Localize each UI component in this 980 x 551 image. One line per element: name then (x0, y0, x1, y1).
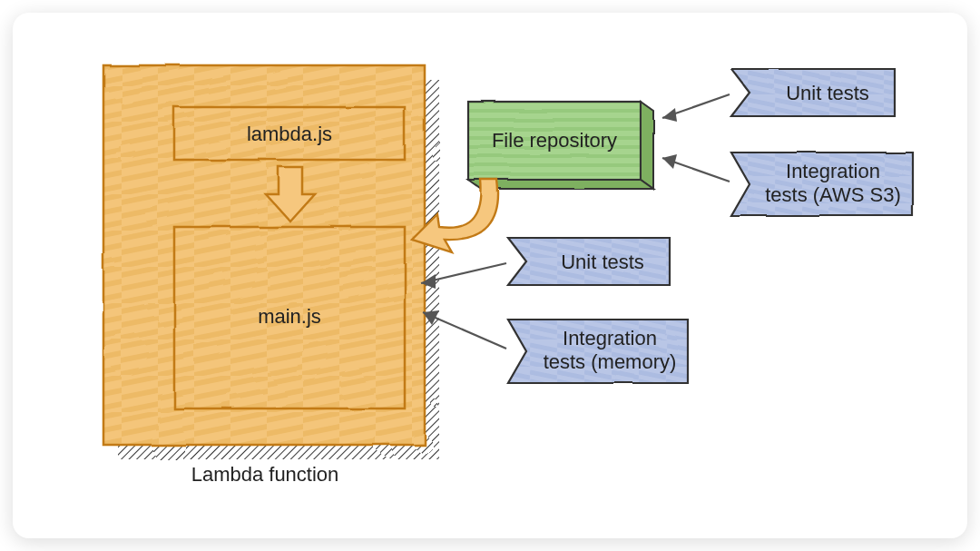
svg-marker-6 (662, 108, 677, 122)
tag-integration-s3: Integration tests (AWS S3) (731, 153, 913, 216)
file-repository-box: File repository (468, 102, 653, 189)
tag-integration-s3-line2: tests (AWS S3) (765, 183, 901, 206)
arrow-unit-top-to-repo (662, 94, 730, 122)
tag-unit-tests-mid-label: Unit tests (561, 251, 644, 273)
lambda-container-label: Lambda function (191, 463, 339, 486)
diagram-card: Lambda function lambda.js main.js File r… (13, 13, 967, 538)
tag-integration-s3-line1: Integration (786, 160, 880, 182)
tag-unit-tests-mid: Unit tests (508, 238, 670, 285)
tag-integration-memory-line2: tests (memory) (544, 350, 677, 373)
file-repository-label: File repository (492, 129, 617, 152)
arrow-integration-s3-to-repo (662, 154, 730, 182)
lambda-js-label: lambda.js (247, 123, 332, 145)
tag-integration-memory: Integration tests (memory) (508, 320, 688, 383)
tag-unit-tests-top-label: Unit tests (786, 82, 869, 104)
tag-integration-memory-line1: Integration (563, 327, 657, 349)
main-js-label: main.js (258, 305, 321, 328)
diagram-svg: Lambda function lambda.js main.js File r… (13, 13, 967, 538)
tag-unit-tests-top: Unit tests (731, 69, 895, 116)
svg-marker-8 (662, 154, 677, 169)
